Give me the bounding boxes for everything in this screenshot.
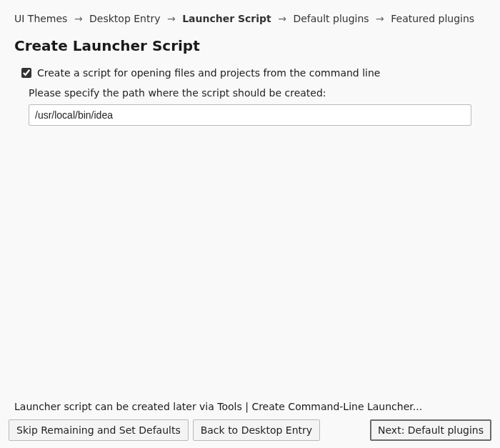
path-input[interactable] [29,104,471,126]
breadcrumb: UI Themes → Desktop Entry → Launcher Scr… [0,0,500,30]
back-button[interactable]: Back to Desktop Entry [193,419,320,441]
page-title: Create Launcher Script [0,30,500,67]
hint-text: Launcher script can be created later via… [14,401,422,412]
breadcrumb-item-desktop-entry[interactable]: Desktop Entry [89,13,160,24]
breadcrumb-sep: → [167,13,176,24]
create-script-checkbox-label[interactable]: Create a script for opening files and pr… [37,67,380,79]
breadcrumb-item-default-plugins[interactable]: Default plugins [293,13,369,24]
breadcrumb-item-featured-plugins[interactable]: Featured plugins [391,13,474,24]
breadcrumb-sep: → [74,13,83,24]
create-script-checkbox[interactable] [21,68,31,78]
breadcrumb-item-launcher-script[interactable]: Launcher Script [182,13,271,24]
breadcrumb-item-ui-themes[interactable]: UI Themes [14,13,67,24]
footer-bar: Skip Remaining and Set Defaults Back to … [9,419,491,441]
breadcrumb-sep: → [278,13,286,24]
skip-button[interactable]: Skip Remaining and Set Defaults [9,419,189,441]
path-label: Please specify the path where the script… [29,87,471,99]
breadcrumb-sep: → [376,13,384,24]
content-area: Create a script for opening files and pr… [0,67,500,126]
next-button[interactable]: Next: Default plugins [370,419,491,441]
